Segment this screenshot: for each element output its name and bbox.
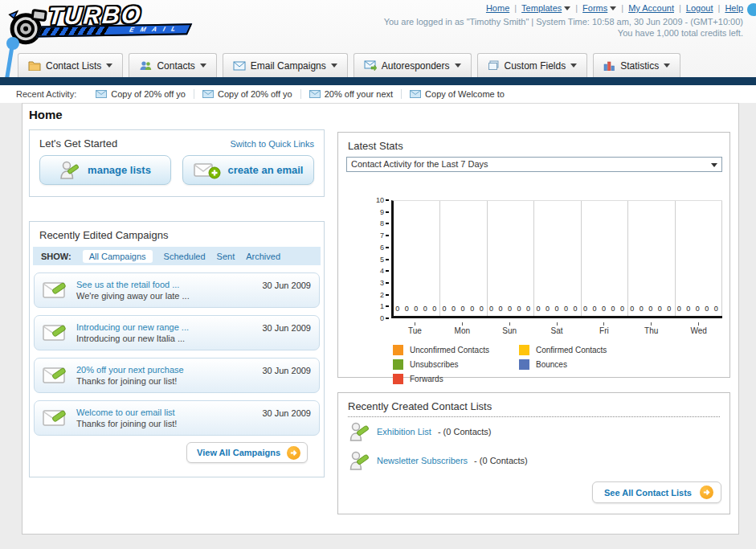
show-label: SHOW: [41, 252, 72, 261]
tab-custom-fields[interactable]: Custom Fields [477, 53, 588, 77]
login-info: You are logged in as "Timothy Smith" | S… [384, 16, 743, 39]
campaign-date: 30 Jun 2009 [262, 281, 311, 290]
contact-lists-panel: Recently Created Contact Lists Exhibitio… [337, 392, 730, 514]
chart-plot-days: 0 0 0 0 00 0 0 0 00 0 0 0 00 0 0 0 00 0 … [391, 200, 722, 318]
link-logout[interactable]: Logout [686, 3, 713, 13]
recent-activity-item[interactable]: 20% off your next [301, 89, 402, 99]
contact-list-item[interactable]: Exhibition List - (0 Contacts) [338, 417, 729, 446]
tab-contact-lists[interactable]: Contact Lists [18, 53, 123, 77]
email-campaigns-icon [233, 61, 246, 71]
campaign-item[interactable]: See us at the retail food ...We're givin… [34, 272, 320, 308]
credits-line: You have 1,000 total credits left. [384, 27, 743, 39]
envelope-pencil-icon [43, 408, 68, 428]
campaign-title[interactable]: Introducing our new range ... [76, 322, 189, 332]
caret-down-icon [455, 64, 461, 68]
legend-swatch [393, 345, 403, 355]
x-axis-label: Sat [533, 322, 581, 335]
envelope-icon [410, 90, 421, 98]
chart-day-column: 0 0 0 0 0 [488, 201, 534, 316]
chart-day-column: 0 0 0 0 0 [440, 201, 487, 316]
person-pencil-icon [59, 161, 80, 180]
person-pencil-icon [349, 450, 370, 471]
campaign-item[interactable]: Introducing our new range ...Introducing… [34, 315, 320, 350]
campaign-item[interactable]: 20% off your next purchaseThanks for joi… [34, 358, 320, 393]
link-forms[interactable]: Forms [582, 3, 616, 13]
view-all-campaigns-button[interactable]: View All Campaigns [186, 442, 308, 463]
main-nav: Contact Lists Contacts Email Campaigns A… [18, 53, 680, 77]
utility-nav: Home| Templates| Forms| My Account| Logo… [486, 3, 743, 13]
envelope-pencil-icon [43, 280, 68, 301]
statistics-icon [603, 60, 615, 71]
chart-day-column: 0 0 0 0 0 [534, 201, 581, 316]
help-bubble-icon[interactable] [747, 3, 756, 16]
chevron-down-icon [711, 163, 717, 167]
filter-scheduled[interactable]: Scheduled [164, 252, 206, 261]
link-templates[interactable]: Templates [521, 3, 570, 13]
recent-activity-item[interactable]: Copy of 20% off yo [88, 89, 194, 99]
data-point-values: 0 0 0 0 0 [394, 305, 439, 313]
y-axis-label: 4 [368, 267, 384, 275]
tab-statistics[interactable]: Statistics [593, 53, 680, 77]
latest-stats-title: Latest Stats [348, 140, 403, 152]
see-all-contact-lists-button[interactable]: See All Contact Lists [592, 481, 721, 503]
data-point-values: 0 0 0 0 0 [488, 305, 533, 313]
envelope-plus-icon [194, 161, 221, 180]
tab-contacts[interactable]: Contacts [129, 53, 216, 77]
legend-item: Unconfirmed Contacts [393, 345, 519, 355]
campaign-title[interactable]: See us at the retail food ... [76, 280, 179, 289]
manage-lists-button[interactable]: manage lists [39, 155, 171, 185]
legend-swatch [393, 359, 403, 370]
caret-down-icon [610, 6, 616, 10]
chart-legend: Unconfirmed ContactsConfirmed ContactsUn… [393, 345, 725, 384]
switch-quick-links[interactable]: Switch to Quick Links [230, 139, 314, 149]
envelope-icon [202, 90, 214, 98]
create-email-button[interactable]: create an email [182, 155, 314, 185]
x-axis-label: Mon [439, 322, 486, 335]
contact-list-item[interactable]: Newsletter Subscribers - (0 Contacts) [338, 446, 729, 475]
chart-day-column: 0 0 0 0 0 [628, 201, 675, 316]
y-axis-label: 3 [368, 279, 384, 287]
envelope-icon [96, 90, 107, 98]
filter-all-campaigns[interactable]: All Campaigns [83, 250, 153, 263]
campaigns-filter-bar: SHOW: All Campaigns Scheduled Sent Archi… [33, 247, 321, 265]
caret-down-icon [331, 64, 337, 68]
contact-list-name[interactable]: Newsletter Subscribers [377, 456, 468, 465]
tab-autoresponders[interactable]: Autoresponders [353, 53, 472, 77]
envelope-icon [309, 90, 321, 98]
contact-list-count: - (0 Contacts) [438, 427, 492, 436]
filter-sent[interactable]: Sent [217, 252, 235, 261]
y-axis-label: 10 [368, 196, 384, 204]
caret-down-icon [200, 64, 206, 68]
recent-activity-label: Recent Activity: [16, 89, 76, 99]
campaign-title[interactable]: Welcome to our email list [76, 408, 175, 417]
get-started-title: Let's Get Started [39, 137, 117, 150]
link-home[interactable]: Home [486, 3, 509, 13]
navy-divider-bar [0, 77, 756, 85]
link-my-account[interactable]: My Account [628, 3, 674, 13]
caret-down-icon [564, 6, 570, 10]
campaign-title[interactable]: 20% off your next purchase [76, 365, 184, 375]
filter-archived[interactable]: Archived [246, 252, 280, 261]
recent-activity-item[interactable]: Copy of Welcome to [402, 89, 513, 99]
data-point-values: 0 0 0 0 0 [534, 305, 580, 313]
latest-stats-panel: Latest Stats Contact Activity for the La… [337, 132, 730, 378]
legend-swatch [393, 374, 403, 384]
campaign-item[interactable]: Welcome to our email listThanks for join… [34, 400, 320, 436]
recent-activity-bar: Recent Activity: Copy of 20% off yo Copy… [0, 85, 756, 103]
legend-item: Bounces [519, 359, 645, 370]
campaign-date: 30 Jun 2009 [262, 323, 311, 333]
x-axis-label: Tue [391, 322, 439, 335]
logo-subtitle: EMAIL [128, 25, 183, 34]
link-help[interactable]: Help [725, 3, 743, 13]
chart-x-labels: TueMonSunSatFriThuWed [391, 322, 722, 335]
recent-activity-item[interactable]: Copy of 20% off yo [194, 89, 301, 99]
arrow-right-icon [700, 485, 713, 499]
envelope-pencil-icon [43, 322, 68, 343]
legend-item: Confirmed Contacts [519, 345, 645, 355]
campaign-subtitle: Introducing our new Italia ... [76, 334, 185, 343]
tab-email-campaigns[interactable]: Email Campaigns [223, 53, 348, 77]
stats-dropdown[interactable]: Contact Activity for the Last 7 Days [346, 157, 722, 172]
contact-list-name[interactable]: Exhibition List [377, 427, 431, 436]
data-point-values: 0 0 0 0 0 [628, 305, 674, 313]
header: TURBO EMAIL Home| Templates| Forms| My A… [0, 0, 756, 103]
